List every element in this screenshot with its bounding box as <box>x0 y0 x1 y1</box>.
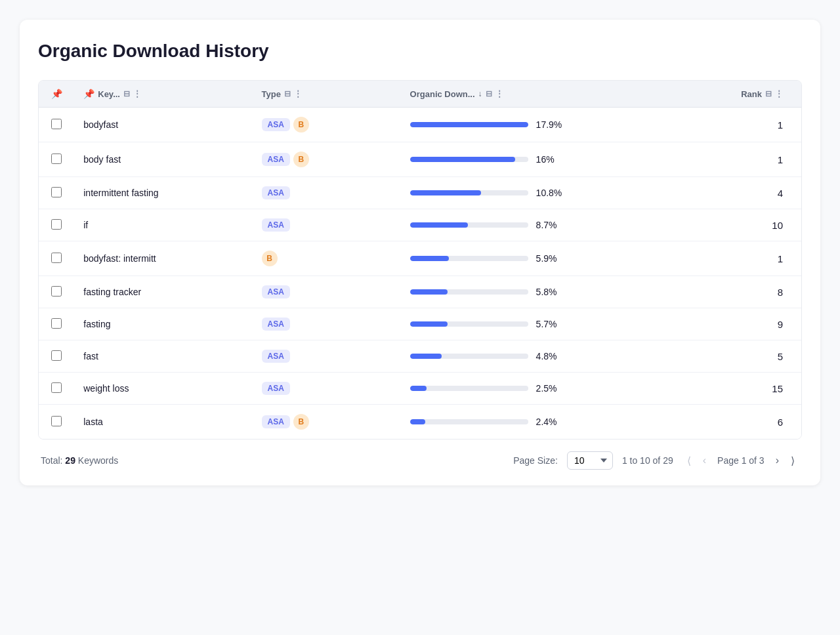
row-type: ASA <box>253 373 401 405</box>
table-row: ifASA8.7%10 <box>39 209 801 241</box>
row-keyword: weight loss <box>74 373 252 405</box>
row-type: ASA <box>253 340 401 373</box>
row-checkbox[interactable] <box>51 219 62 230</box>
last-page-button[interactable]: ⟩ <box>786 452 799 470</box>
more-icon-type[interactable]: ⋮ <box>294 89 302 98</box>
row-type: ASAB <box>253 142 401 177</box>
table-row: body fastASAB16%1 <box>39 142 801 177</box>
more-icon-keyword[interactable]: ⋮ <box>133 89 141 98</box>
row-checkbox[interactable] <box>51 318 62 329</box>
bar-track <box>410 419 528 424</box>
type-badge: ASA <box>262 350 290 363</box>
bar-fill <box>410 354 442 359</box>
row-checkbox[interactable] <box>51 416 62 426</box>
row-organic: 16% <box>401 142 683 177</box>
col-organic-label: Organic Down... <box>410 89 475 99</box>
range-text: 1 to 10 of 29 <box>622 455 673 466</box>
page-size-select[interactable]: 10 25 50 100 <box>567 451 613 470</box>
row-rank: 8 <box>682 276 801 308</box>
table-footer: Total: 29 Keywords Page Size: 10 25 50 1… <box>38 451 802 470</box>
row-rank: 4 <box>682 177 801 209</box>
bar-fill <box>410 122 528 127</box>
row-rank: 15 <box>682 373 801 405</box>
row-rank: 10 <box>682 209 801 241</box>
total-count: 29 <box>65 455 75 466</box>
row-checkbox-cell <box>39 276 74 308</box>
sort-icon-organic[interactable]: ↓ <box>478 89 482 98</box>
bar-track <box>410 354 528 359</box>
more-icon-organic[interactable]: ⋮ <box>495 89 503 98</box>
row-checkbox[interactable] <box>51 119 62 129</box>
row-checkbox-cell <box>39 308 74 340</box>
row-organic: 8.7% <box>401 209 683 241</box>
row-checkbox-cell <box>39 142 74 177</box>
page-nav: ⟨ ‹ Page 1 of 3 › ⟩ <box>682 452 799 470</box>
bar-percentage: 10.8% <box>536 188 568 198</box>
row-organic: 4.8% <box>401 340 683 373</box>
table-wrapper: 📌 📌 Key... ⊟ ⋮ Type ⊟ <box>38 80 802 440</box>
row-keyword: if <box>74 209 252 241</box>
page-size-label: Page Size: <box>513 455 558 466</box>
type-badge: ASA <box>262 153 290 166</box>
col-rank-label: Rank <box>741 89 762 99</box>
row-checkbox[interactable] <box>51 253 62 263</box>
row-rank: 1 <box>682 241 801 276</box>
footer-total: Total: 29 Keywords <box>41 455 118 466</box>
row-organic: 2.4% <box>401 405 683 440</box>
bar-track <box>410 321 528 327</box>
next-page-button[interactable]: › <box>771 452 784 469</box>
pin-icon-header: 📌 <box>51 89 62 99</box>
row-rank: 1 <box>682 108 801 142</box>
filter-icon-organic[interactable]: ⊟ <box>486 89 492 98</box>
page-title: Organic Download History <box>38 41 802 62</box>
row-checkbox[interactable] <box>51 154 62 164</box>
table-row: weight lossASA2.5%15 <box>39 373 801 405</box>
table-row: intermittent fastingASA10.8%4 <box>39 177 801 209</box>
row-keyword: lasta <box>74 405 252 440</box>
bar-track <box>410 157 528 162</box>
bar-percentage: 8.7% <box>536 220 568 230</box>
row-type: ASAB <box>253 108 401 142</box>
row-type: B <box>253 241 401 276</box>
col-header-keyword: 📌 Key... ⊟ ⋮ <box>74 81 252 108</box>
bar-fill <box>410 222 468 228</box>
more-icon-rank[interactable]: ⋮ <box>775 89 783 98</box>
bar-track <box>410 222 528 228</box>
row-checkbox[interactable] <box>51 187 62 197</box>
row-keyword: bodyfast: intermitt <box>74 241 252 276</box>
total-unit: Keywords <box>78 455 118 466</box>
type-badge: ASA <box>262 382 290 395</box>
row-organic: 17.9% <box>401 108 683 142</box>
table-body: bodyfastASAB17.9%1body fastASAB16%1inter… <box>39 108 801 440</box>
row-checkbox-cell <box>39 177 74 209</box>
bar-fill <box>410 321 448 327</box>
row-keyword: fasting <box>74 308 252 340</box>
bar-percentage: 5.7% <box>536 319 568 329</box>
row-organic: 5.9% <box>401 241 683 276</box>
row-type: ASA <box>253 308 401 340</box>
type-badge: ASA <box>262 285 290 298</box>
type-badge: B <box>293 152 309 167</box>
type-badge: B <box>293 414 309 430</box>
row-checkbox[interactable] <box>51 350 62 361</box>
table-row: fasting trackerASA5.8%8 <box>39 276 801 308</box>
row-checkbox[interactable] <box>51 286 62 297</box>
filter-icon-keyword[interactable]: ⊟ <box>123 89 130 98</box>
type-badge: ASA <box>262 415 290 428</box>
filter-icon-rank[interactable]: ⊟ <box>765 89 772 98</box>
col-header-rank: Rank ⊟ ⋮ <box>682 81 801 108</box>
col-header-type: Type ⊟ ⋮ <box>253 81 401 108</box>
row-keyword: fasting tracker <box>74 276 252 308</box>
col-type-label: Type <box>262 89 281 99</box>
bar-percentage: 2.5% <box>536 383 568 394</box>
row-rank: 6 <box>682 405 801 440</box>
row-organic: 5.8% <box>401 276 683 308</box>
row-checkbox[interactable] <box>51 382 62 393</box>
filter-icon-type[interactable]: ⊟ <box>284 89 291 98</box>
row-organic: 10.8% <box>401 177 683 209</box>
bar-percentage: 2.4% <box>536 417 568 427</box>
row-type: ASA <box>253 209 401 241</box>
first-page-button[interactable]: ⟨ <box>682 452 696 470</box>
bar-fill <box>410 289 448 295</box>
prev-page-button[interactable]: ‹ <box>698 452 711 469</box>
